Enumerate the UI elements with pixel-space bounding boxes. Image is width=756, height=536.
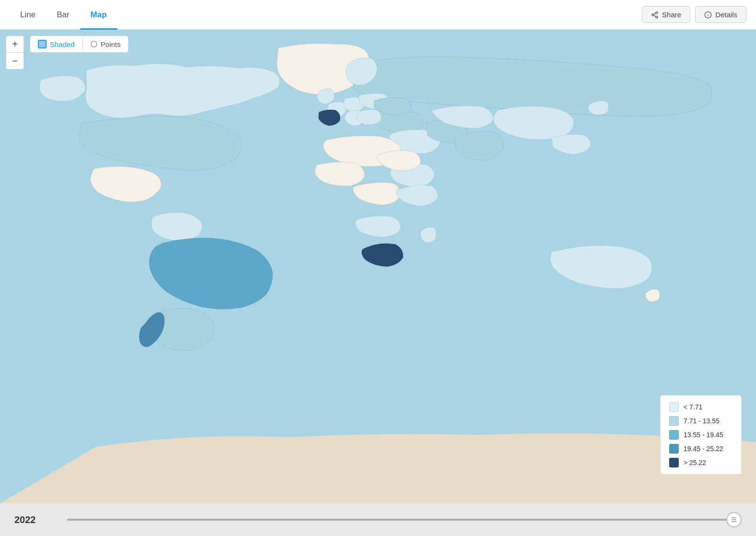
legend-label-4: 19.45 - 25.22 [684, 445, 723, 453]
svg-point-1 [652, 14, 654, 16]
zoom-in-button[interactable]: + [6, 36, 24, 52]
share-label: Share [662, 11, 681, 19]
legend-item-4: 19.45 - 25.22 [669, 444, 732, 454]
shaded-toggle-button[interactable]: Shaded [30, 36, 83, 52]
share-button[interactable]: Share [642, 6, 690, 23]
share-icon [651, 11, 659, 19]
slider-fill [67, 519, 742, 521]
shaded-icon [38, 40, 47, 48]
legend-label-3: 13.55 - 19.45 [684, 431, 723, 439]
svg-line-3 [654, 15, 656, 17]
footer-timeline: 2022 [0, 503, 756, 536]
points-toggle-button[interactable]: Points [83, 36, 129, 52]
legend-swatch-1 [669, 402, 679, 412]
details-button[interactable]: Details [695, 6, 746, 23]
points-label: Points [101, 40, 121, 48]
thumb-line-3 [732, 521, 736, 522]
map-legend: < 7.71 7.71 - 13.55 13.55 - 19.45 19.45 … [660, 395, 742, 475]
slider-thumb[interactable] [726, 512, 742, 527]
shaded-label: Shaded [50, 40, 75, 48]
tab-actions: Share Details [642, 6, 746, 23]
tab-bar: Line Bar Map Share Details [0, 0, 756, 30]
svg-point-2 [656, 16, 658, 18]
svg-point-0 [656, 12, 658, 13]
points-icon [91, 41, 97, 47]
svg-line-4 [654, 13, 656, 14]
info-icon [704, 11, 712, 19]
legend-swatch-4 [669, 444, 679, 454]
tab-bar-chart[interactable]: Bar [46, 0, 80, 30]
tab-line[interactable]: Line [10, 0, 46, 30]
slider-thumb-icon [732, 517, 736, 522]
legend-item-5: > 25.22 [669, 458, 732, 467]
legend-label-2: 7.71 - 13.55 [684, 417, 720, 425]
world-map-svg [0, 30, 756, 503]
timeline-slider-container [67, 519, 742, 521]
year-label: 2022 [14, 514, 53, 525]
slider-track [67, 519, 742, 521]
legend-item-1: < 7.71 [669, 402, 732, 412]
legend-label-1: < 7.71 [684, 403, 702, 411]
thumb-line-1 [732, 517, 736, 518]
legend-label-5: > 25.22 [684, 459, 706, 466]
thumb-line-2 [732, 519, 736, 520]
tab-map[interactable]: Map [80, 0, 118, 30]
legend-swatch-5 [669, 458, 679, 467]
map-container[interactable]: + − Shaded Points [0, 30, 756, 503]
map-type-toggle: Shaded Points [30, 35, 129, 53]
legend-swatch-3 [669, 430, 679, 440]
details-label: Details [715, 11, 737, 19]
zoom-out-button[interactable]: − [6, 53, 24, 69]
legend-item-3: 13.55 - 19.45 [669, 430, 732, 440]
legend-swatch-2 [669, 416, 679, 426]
legend-item-2: 7.71 - 13.55 [669, 416, 732, 426]
zoom-controls: + − [6, 35, 24, 70]
